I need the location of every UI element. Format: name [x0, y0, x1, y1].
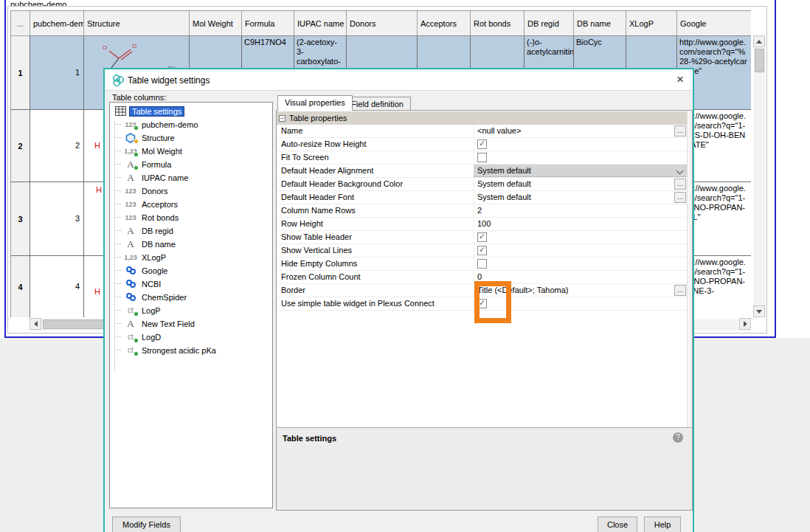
scroll-up-button[interactable]: [753, 35, 765, 47]
modify-fields-button[interactable]: Modify Fields: [112, 517, 181, 532]
column-header-db-name[interactable]: DB name: [574, 11, 626, 36]
table-cell[interactable]: 3: [30, 182, 84, 256]
tree-item-google[interactable]: Google: [114, 264, 170, 277]
column-header-formula[interactable]: Formula: [242, 11, 294, 36]
integer-field-icon: 123: [122, 198, 139, 210]
ellipsis-button[interactable]: …: [674, 285, 686, 296]
property-panel-scroll-track[interactable]: [687, 111, 692, 427]
tree-item-label: IUPAC name: [139, 173, 190, 183]
integer-field-icon: 123: [122, 212, 139, 223]
tree-item-strongest-acidic-pka[interactable]: ct Strongest acidic pKa: [114, 344, 218, 356]
ellipsis-button[interactable]: …: [674, 179, 686, 190]
property-row-row-height: Row Height 100: [277, 218, 687, 231]
checkbox[interactable]: [477, 153, 487, 162]
close-icon[interactable]: ×: [671, 72, 689, 88]
help-badge-icon[interactable]: ?: [673, 432, 683, 443]
scroll-down-button[interactable]: [753, 305, 765, 317]
property-row-default-header-alignment: Default Header Alignment System default: [277, 165, 687, 178]
row-number[interactable]: 2: [11, 110, 30, 182]
tree-item-label: Rot bonds: [139, 213, 181, 223]
chemterm-field-icon: ct: [122, 331, 139, 342]
calculated-badge-icon: [134, 351, 139, 356]
dialog-title-bar[interactable]: Table widget settings ×: [105, 69, 693, 91]
table-cell[interactable]: 2: [30, 110, 84, 182]
dropdown[interactable]: System default: [474, 165, 687, 177]
checkbox[interactable]: [477, 259, 487, 269]
calculated-badge-icon: [134, 165, 139, 170]
tab-visual-properties[interactable]: Visual properties: [277, 95, 353, 111]
annotation-highlight-rectangle: [474, 281, 511, 323]
tree-item-iupac-name[interactable]: A IUPAC name: [114, 171, 190, 184]
column-header-acceptors[interactable]: Acceptors: [418, 11, 471, 36]
description-title: Table settings: [283, 434, 336, 443]
table-columns-tree: Table settings 123 pubchem-demo Structur…: [109, 102, 273, 508]
tree-panel-label: Table columns:: [112, 93, 166, 102]
svg-text:O: O: [132, 43, 136, 49]
checkbox[interactable]: [477, 246, 487, 255]
table-properties-section-header[interactable]: − Table properties: [277, 111, 687, 125]
tree-item-label: NCBI: [139, 279, 163, 289]
tree-item-mol-weight[interactable]: 1,23 Mol Weight: [114, 145, 184, 157]
ellipsis-button[interactable]: …: [674, 192, 686, 203]
table-cell[interactable]: 4: [30, 256, 84, 317]
tree-item-db-name[interactable]: A DB name: [114, 238, 178, 250]
tree-item-rot-bonds[interactable]: 123 Rot bonds: [114, 211, 181, 224]
property-row-show-table-header: Show Table Header: [277, 231, 687, 244]
column-header-rot-bonds[interactable]: Rot bonds: [471, 11, 525, 36]
scroll-left-button[interactable]: [30, 318, 41, 330]
column-header-xlogp[interactable]: XLogP: [626, 11, 677, 36]
tree-item-label: Donors: [139, 186, 170, 196]
tree-item-donors[interactable]: 123 Donors: [114, 184, 170, 197]
text-field-icon: A: [122, 225, 139, 236]
tree-item-xlogp[interactable]: 1,23 XLogP: [114, 251, 168, 263]
property-row-show-vertical-lines: Show Vertical Lines: [277, 244, 687, 258]
column-header-google[interactable]: Google: [677, 11, 751, 36]
column-header-pubchem-demo[interactable]: pubchem-demo: [30, 11, 84, 36]
chemterm-field-icon: ct: [122, 305, 139, 316]
column-header-iupac[interactable]: IUPAC name: [294, 11, 347, 36]
table-widget-settings-dialog: Table widget settings × Table columns: T…: [103, 68, 694, 532]
tree-item-formula[interactable]: A Formula: [114, 158, 173, 170]
tree-item-logp[interactable]: ct LogP: [114, 304, 163, 317]
column-header-donors[interactable]: Donors: [347, 11, 418, 36]
chemaxon-logo-icon: [111, 74, 125, 87]
tree-item-structure[interactable]: Structure: [114, 131, 177, 144]
calculated-badge-icon: [134, 311, 139, 317]
integer-field-icon: 123: [122, 119, 139, 130]
tree-item-db-regid[interactable]: A DB regid: [114, 224, 176, 237]
tree-item-table-settings[interactable]: Table settings: [111, 105, 184, 117]
checkbox[interactable]: [477, 139, 487, 149]
property-row-default-header-background-color: Default Header Background Color System d…: [277, 178, 687, 191]
close-button[interactable]: Close: [598, 517, 637, 532]
tree-item-ncbi[interactable]: NCBI: [114, 277, 163, 290]
tree-item-label: Google: [139, 266, 170, 276]
vertical-scrollbar[interactable]: [754, 35, 766, 317]
column-header-db-regid[interactable]: DB regid: [525, 11, 574, 36]
collapse-icon[interactable]: −: [279, 115, 285, 122]
row-number[interactable]: 3: [11, 182, 30, 256]
help-button[interactable]: Help: [644, 517, 681, 532]
tree-item-pubchem-demo[interactable]: 123 pubchem-demo: [114, 118, 200, 131]
checkbox[interactable]: [477, 232, 487, 242]
column-header-mol-weight[interactable]: Mol Weight: [190, 11, 242, 36]
link-icon: [122, 278, 139, 289]
text-field-icon: A: [122, 172, 139, 183]
property-row-auto-resize-row-height: Auto-resize Row Height: [277, 138, 687, 151]
ellipsis-button[interactable]: …: [674, 125, 686, 137]
vertical-scroll-thumb[interactable]: [755, 49, 764, 72]
tab-field-definition[interactable]: Field definition: [344, 97, 411, 111]
scroll-right-button[interactable]: [739, 318, 751, 330]
table-cell[interactable]: 1: [30, 36, 84, 110]
tree-item-label: LogP: [139, 305, 163, 316]
tree-item-logd[interactable]: ct LogD: [114, 331, 163, 343]
property-row-column-name-rows: Column Name Rows 2: [277, 204, 687, 218]
column-chooser-button[interactable]: ...: [11, 11, 30, 36]
column-header-structure[interactable]: Structure: [84, 11, 190, 36]
tree-item-new-text-field[interactable]: A New Text Field: [114, 317, 197, 330]
tree-item-chemspider[interactable]: ChemSpider: [114, 291, 189, 303]
chevron-down-icon: [676, 167, 684, 175]
row-number[interactable]: 1: [11, 36, 30, 110]
tree-item-acceptors[interactable]: 123 Acceptors: [114, 198, 180, 210]
dialog-title: Table widget settings: [128, 75, 210, 86]
row-number[interactable]: 4: [11, 256, 30, 317]
